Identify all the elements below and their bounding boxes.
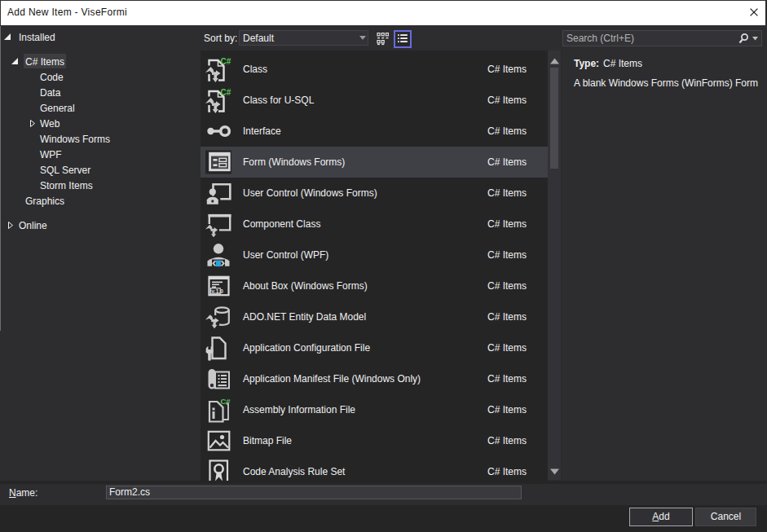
svg-text:C#: C# [221,88,231,97]
svg-text:C#: C# [220,397,231,406]
svg-text:v.1.0: v.1.0 [212,288,224,294]
svg-text:C#: C# [221,57,231,66]
